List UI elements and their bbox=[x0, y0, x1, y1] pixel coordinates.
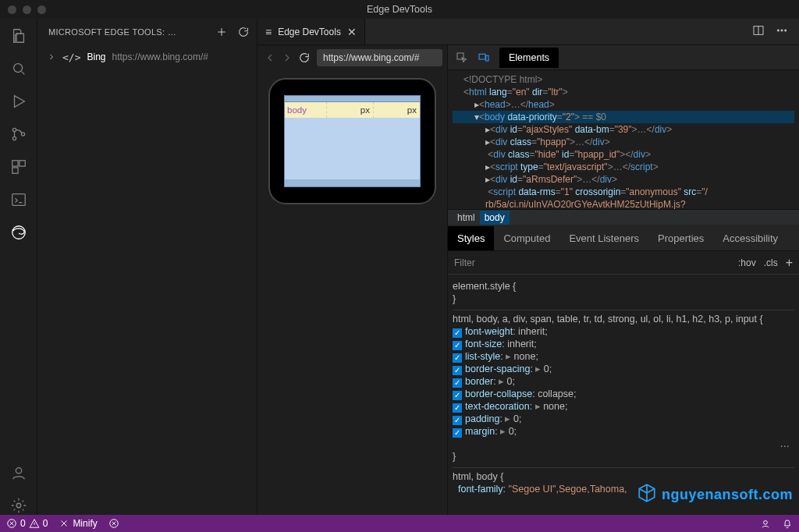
inspect-element-icon[interactable] bbox=[453, 48, 471, 67]
breadcrumb-body[interactable]: body bbox=[480, 211, 510, 225]
styles-filter-input[interactable]: Filter bbox=[454, 257, 730, 268]
tab-styles[interactable]: Styles bbox=[448, 226, 494, 250]
sidebar-header-label: MICROSOFT EDGE TOOLS: … bbox=[48, 27, 207, 37]
source-control-icon[interactable] bbox=[9, 125, 28, 144]
screencast-preview: https://www.bing.com/# body px px bbox=[257, 45, 448, 515]
styles-rules[interactable]: element.style { } html, body, a, div, sp… bbox=[448, 275, 799, 515]
svg-point-9 bbox=[16, 468, 21, 473]
more-actions-icon[interactable] bbox=[776, 24, 788, 39]
sidebar: MICROSOFT EDGE TOOLS: … </> Bing https:/… bbox=[37, 19, 257, 515]
tab-event-listeners[interactable]: Event Listeners bbox=[559, 226, 648, 250]
split-editor-icon[interactable] bbox=[752, 24, 765, 39]
explorer-icon[interactable] bbox=[9, 27, 28, 45]
dom-selected-body[interactable]: ▾<body data-priority="2"> == $0 bbox=[453, 111, 794, 123]
status-problems[interactable]: 0 0 bbox=[6, 518, 48, 529]
svg-rect-17 bbox=[486, 55, 488, 61]
dom-breadcrumb: html body bbox=[448, 209, 799, 225]
nav-back-button[interactable] bbox=[262, 50, 278, 66]
tab-properties[interactable]: Properties bbox=[648, 226, 713, 250]
add-tab-icon[interactable] bbox=[215, 25, 229, 39]
tab-accessibility[interactable]: Accessibility bbox=[713, 226, 787, 250]
target-name: Bing bbox=[87, 51, 105, 62]
run-debug-icon[interactable] bbox=[9, 92, 28, 111]
svg-point-2 bbox=[12, 137, 16, 140]
tab-label: Edge DevTools bbox=[278, 27, 341, 37]
svg-rect-6 bbox=[12, 168, 17, 173]
window-controls bbox=[8, 5, 46, 14]
titlebar: Edge DevTools bbox=[0, 0, 799, 19]
svg-point-10 bbox=[16, 503, 21, 508]
svg-point-14 bbox=[785, 30, 787, 31]
svg-rect-4 bbox=[12, 161, 17, 166]
svg-rect-5 bbox=[19, 161, 24, 166]
styles-pane: Styles Computed Event Listeners Properti… bbox=[448, 225, 799, 515]
svg-point-20 bbox=[764, 521, 768, 525]
overlay-width: px bbox=[327, 102, 374, 118]
extensions-icon[interactable] bbox=[9, 158, 28, 176]
target-url: https://www.bing.com/# bbox=[112, 51, 208, 62]
editor-actions bbox=[741, 24, 799, 39]
dom-tree[interactable]: <!DOCTYPE html> <html lang="en" dir="ltr… bbox=[448, 70, 799, 209]
status-feedback-icon[interactable] bbox=[760, 518, 771, 529]
tab-computed[interactable]: Computed bbox=[494, 226, 559, 250]
minimize-dot[interactable] bbox=[23, 5, 31, 14]
refresh-icon[interactable] bbox=[236, 25, 250, 39]
zoom-dot[interactable] bbox=[37, 5, 46, 14]
status-bell-icon[interactable] bbox=[782, 518, 793, 529]
cls-toggle[interactable]: .cls bbox=[764, 257, 778, 268]
sidebar-header: MICROSOFT EDGE TOOLS: … bbox=[37, 19, 257, 45]
doctype-line: <!DOCTYPE html> bbox=[463, 74, 542, 85]
status-minify[interactable]: Minify bbox=[59, 518, 97, 529]
close-dot[interactable] bbox=[8, 5, 16, 14]
status-prettier-icon[interactable] bbox=[108, 518, 119, 529]
svg-rect-16 bbox=[479, 54, 485, 59]
tab-edge-devtools[interactable]: ≡ Edge DevTools ✕ bbox=[257, 19, 365, 44]
rule-reset-selector: html, body, a, div, span, table, tr, td,… bbox=[453, 313, 794, 325]
svg-point-0 bbox=[13, 64, 22, 73]
preview-navbar: https://www.bing.com/# bbox=[257, 45, 447, 70]
tab-list-icon: ≡ bbox=[265, 26, 272, 38]
address-bar[interactable]: https://www.bing.com/# bbox=[317, 49, 442, 66]
inspect-overlay: body px px bbox=[285, 102, 420, 118]
styles-tabs: Styles Computed Event Listeners Properti… bbox=[448, 225, 799, 251]
error-count: 0 bbox=[20, 518, 26, 529]
tab-close-icon[interactable]: ✕ bbox=[347, 26, 357, 38]
overlay-height: px bbox=[374, 102, 420, 118]
account-icon[interactable] bbox=[9, 463, 28, 482]
settings-gear-icon[interactable] bbox=[9, 496, 28, 515]
code-icon: </> bbox=[62, 51, 80, 63]
breadcrumb-html[interactable]: html bbox=[453, 211, 480, 225]
chevron-right-icon bbox=[47, 52, 56, 62]
svg-point-1 bbox=[12, 128, 16, 131]
svg-point-12 bbox=[777, 30, 779, 31]
styles-filter-bar: Filter :hov .cls + bbox=[448, 251, 799, 275]
warning-count: 0 bbox=[43, 518, 48, 529]
rule-html-body: html, body { bbox=[453, 470, 794, 483]
editor-tabbar: ≡ Edge DevTools ✕ bbox=[257, 19, 799, 45]
devtools-panel: Elements <!DOCTYPE html> <html lang="en"… bbox=[448, 45, 799, 515]
nav-reload-button[interactable] bbox=[297, 50, 312, 66]
device-toggle-icon[interactable] bbox=[474, 48, 493, 67]
screencast-viewport[interactable]: body px px bbox=[284, 95, 421, 187]
terminal-icon[interactable] bbox=[9, 190, 28, 209]
overlay-tag: body bbox=[285, 102, 327, 118]
edge-tools-icon[interactable] bbox=[9, 223, 28, 242]
search-icon[interactable] bbox=[9, 59, 28, 78]
status-bar: 0 0 Minify bbox=[0, 515, 799, 532]
nav-forward-button[interactable] bbox=[279, 50, 295, 66]
rule-element-style: element.style { bbox=[453, 280, 794, 293]
elements-tab[interactable]: Elements bbox=[499, 48, 559, 68]
device-frame: body px px bbox=[268, 78, 436, 204]
devtools-toolbar: Elements bbox=[448, 45, 799, 70]
target-row-bing[interactable]: </> Bing https://www.bing.com/# bbox=[47, 48, 250, 66]
editor-group: ≡ Edge DevTools ✕ https://w bbox=[257, 19, 799, 515]
hov-toggle[interactable]: :hov bbox=[738, 257, 756, 268]
svg-rect-7 bbox=[12, 194, 25, 206]
svg-point-13 bbox=[781, 30, 783, 31]
activity-bar bbox=[0, 19, 37, 515]
window-title: Edge DevTools bbox=[367, 4, 432, 15]
new-style-rule-icon[interactable]: + bbox=[786, 256, 793, 270]
more-dots[interactable]: … bbox=[453, 438, 794, 450]
targets-tree: </> Bing https://www.bing.com/# bbox=[37, 45, 257, 66]
